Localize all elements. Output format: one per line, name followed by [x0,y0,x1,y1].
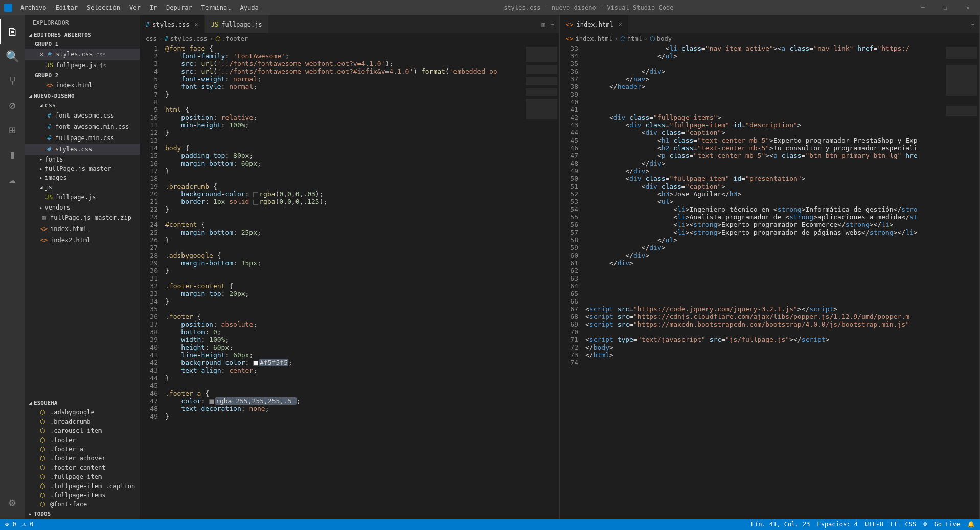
bookmark-icon[interactable]: ▮ [0,142,25,167]
menu-editar[interactable]: Editar [52,2,82,13]
menu-ayuda[interactable]: Ayuda [236,2,262,13]
todos-header[interactable]: ▸TODOS [25,509,140,519]
open-editors-header[interactable]: ◢EDITORES ABIERTOS [25,30,140,40]
zip-icon: ▦ [40,214,48,221]
breadcrumb-right[interactable]: <>index.html› ⬡html› ⬡body [560,33,979,44]
element-icon: ⬡ [650,35,655,42]
titlebar: Archivo Editar Selección Ver Ir Depurar … [0,0,980,15]
folder-css[interactable]: ◢css [25,101,140,110]
search-icon[interactable]: 🔍 [0,44,25,68]
outline-item[interactable]: ⬡.footer a:hover [25,454,140,463]
minimap[interactable] [944,44,979,519]
element-icon: ⬡ [620,35,625,42]
file-fullpage-min-css[interactable]: #fullpage.min.css [25,132,140,144]
file-font-awesome-min-css[interactable]: #font-awesome.min.css [25,121,140,132]
open-editor-fullpagejs[interactable]: ×JSfullpage.jsjs [25,60,140,71]
menu-ver[interactable]: Ver [125,2,145,13]
close-icon[interactable]: × [40,51,43,58]
menu-terminal[interactable]: Terminal [197,2,235,13]
close-icon[interactable]: ✕ [960,4,976,11]
file-font-awesome-css[interactable]: #font-awesome.css [25,110,140,121]
status-eol[interactable]: LF [891,521,898,528]
settings-icon[interactable]: ⚙ [0,490,25,515]
js-icon: JS [45,194,53,201]
remote-icon[interactable]: ☁ [0,167,25,191]
code-editor-right[interactable]: 3334353637383940414243444546474849505152… [560,44,979,519]
split-editor-icon[interactable]: ▥ [542,21,545,28]
file-zip[interactable]: ▦fullPage.js-master.zip [25,212,140,223]
outline-item[interactable]: ⬡.fullpage-item .caption [25,481,140,491]
class-icon: ⬡ [40,418,47,425]
status-warnings[interactable]: ⚠ 0 [22,521,34,528]
status-encoding[interactable]: UTF-8 [865,521,883,528]
debug-icon[interactable]: ⊘ [0,93,25,118]
status-cursor[interactable]: Lín. 41, Col. 23 [751,521,810,528]
css-icon: # [146,21,149,28]
js-icon: JS [211,21,218,28]
class-icon: ⬡ [40,455,47,462]
menu-archivo[interactable]: Archivo [16,2,51,13]
minimap[interactable] [523,44,559,519]
breadcrumb-left[interactable]: css› #styles.css› ⬡.footer [140,33,559,44]
folder-fullpagejs-master[interactable]: ▸fullPage.js-master [25,164,140,173]
source-control-icon[interactable]: ⑂ [0,68,25,93]
outline-item[interactable]: ⬡.fullpage-items [25,491,140,500]
open-editor-indexhtml[interactable]: ×<>index.html [25,80,140,91]
outline-item[interactable]: ⬡@font-face [25,500,140,509]
status-bell-icon[interactable]: 🔔 [967,521,975,528]
outline-item[interactable]: ⬡.breadcrumb [25,417,140,426]
group-1[interactable]: GRUPO 1 [25,40,140,49]
close-icon[interactable]: × [194,21,198,28]
file-fullpage-js[interactable]: JSfullpage.js [25,192,140,203]
class-icon: ⬡ [40,427,47,434]
code-editor-left[interactable]: 1234567891011121314151617181920212223242… [140,44,559,519]
outline-item[interactable]: ⬡.footer a [25,445,140,454]
tab-styles-css[interactable]: #styles.css× [140,15,205,33]
project-header[interactable]: ◢NUEVO-DISENO [25,91,140,101]
html-icon: <> [40,237,48,244]
folder-js[interactable]: ◢js [25,182,140,192]
more-icon[interactable]: ⋯ [551,21,554,28]
class-icon: ⬡ [40,492,47,499]
explorer-icon[interactable]: 🗎 [0,19,25,44]
group-2[interactable]: GRUPO 2 [25,71,140,80]
folder-vendors[interactable]: ▸vendors [25,203,140,212]
class-icon: ⬡ [40,464,47,471]
css-icon: # [45,112,53,119]
outline-item[interactable]: ⬡.adsbygoogle [25,408,140,417]
file-index-html[interactable]: <>index.html [25,223,140,235]
file-index2-html[interactable]: <>index2.html [25,235,140,246]
more-icon[interactable]: ⋯ [971,21,974,28]
folder-images[interactable]: ▸images [25,173,140,182]
html-icon: <> [566,35,573,42]
status-feedback-icon[interactable]: ☺ [923,521,927,528]
vscode-logo-icon [4,4,12,12]
menu-ir[interactable]: Ir [146,2,161,13]
outline-header[interactable]: ◢ESQUEMA [25,398,140,408]
status-indent[interactable]: Espacios: 4 [817,521,857,528]
file-styles-css[interactable]: #styles.css [25,144,140,155]
status-lang[interactable]: CSS [905,521,917,528]
close-icon[interactable]: × [619,21,622,28]
menu-depurar[interactable]: Depurar [162,2,196,13]
outline-item[interactable]: ⬡.footer [25,435,140,445]
outline-item[interactable]: ⬡.carousel-item [25,426,140,435]
tab-fullpage-js[interactable]: JSfullpage.js [205,15,269,33]
tab-index-html[interactable]: <>index.html× [560,15,629,33]
extensions-icon[interactable]: ⊞ [0,118,25,142]
sidebar-title: EXPLORADOR [25,15,140,30]
open-editor-stylescss[interactable]: ×#styles.csscss [25,49,140,60]
editor-area: #styles.css× JSfullpage.js ▥⋯ css› #styl… [140,15,980,519]
minimize-icon[interactable]: ─ [915,4,931,11]
sidebar: EXPLORADOR ◢EDITORES ABIERTOS GRUPO 1 ×#… [25,15,140,519]
editor-left: #styles.css× JSfullpage.js ▥⋯ css› #styl… [140,15,560,519]
css-icon: # [45,134,53,142]
menu-seleccion[interactable]: Selección [83,2,124,13]
outline-item[interactable]: ⬡.footer-content [25,463,140,472]
maximize-icon[interactable]: ☐ [937,4,953,11]
status-golive[interactable]: Go Live [934,521,960,528]
folder-fonts[interactable]: ▸fonts [25,155,140,164]
css-icon: # [45,123,53,130]
outline-item[interactable]: ⬡.fullpage-item [25,472,140,481]
status-errors[interactable]: ⊗ 0 [5,521,16,528]
